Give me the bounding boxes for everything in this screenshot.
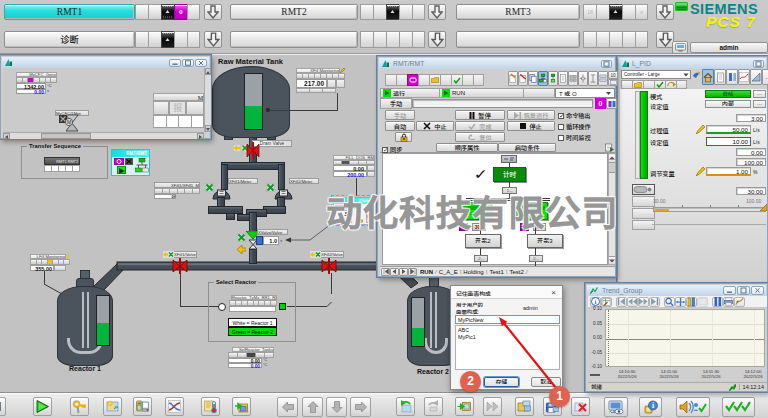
sfc-tool-new-button[interactable] (508, 71, 518, 86)
horn-acknowledge-button[interactable] (676, 397, 710, 417)
nav-left-button[interactable] (277, 397, 298, 417)
manual-command-button[interactable]: 手动 (385, 110, 415, 120)
tab-nav-buttons[interactable] (381, 268, 417, 276)
tab-last-button[interactable] (408, 268, 417, 276)
lock-command-button[interactable] (395, 132, 412, 142)
monitor-view-button[interactable] (604, 397, 628, 417)
stop-command-button[interactable]: 停止 (507, 121, 555, 131)
sfc-manual-input[interactable] (412, 99, 593, 108)
rmt2-alarm-indicators[interactable] (360, 4, 425, 20)
sfc-tool-copy-button[interactable] (528, 71, 538, 86)
maximize-button[interactable] (737, 286, 750, 295)
reactor1-fill-monitor[interactable]: LFill Monitoring 355.00 (30, 254, 70, 271)
sfc-tool-chart-button[interactable] (538, 71, 548, 86)
pid-home-button[interactable] (702, 69, 714, 85)
picture-forward-button[interactable] (424, 397, 443, 416)
scroll-up-button[interactable] (609, 155, 615, 163)
rmt1-alarm-indicators[interactable]: 0 (135, 4, 200, 20)
empty-expand-arrow-button[interactable] (428, 31, 446, 48)
cmd-output-checkbox[interactable]: 命令输出 (558, 111, 591, 120)
reset-command-button[interactable]: 复位 (455, 132, 505, 142)
transfer-sequence-table[interactable]: RMT1 RMT2 (44, 157, 80, 172)
gene-monitor-block[interactable]: MyCFC_Gene 1342.00 °C 0.00 s (16, 72, 57, 94)
sfc-tool-grid1-button[interactable] (568, 71, 578, 86)
pid-sp-source-box[interactable]: 内部 (705, 100, 751, 108)
tab-prev-button[interactable] (390, 268, 399, 276)
scroll-thumb[interactable] (41, 133, 91, 139)
sfc-transition-1[interactable]: 1... (502, 187, 517, 194)
tab-test1[interactable]: Test1 (489, 269, 503, 275)
trend-info-button[interactable]: i (590, 297, 601, 307)
dialog-close-button[interactable]: × (549, 288, 558, 297)
sfc-active-step-right[interactable] (516, 202, 548, 220)
tab-next-button[interactable] (399, 268, 408, 276)
sfc-mode-dropdown[interactable]: T 或 O (555, 88, 615, 98)
pid-mode-value-box[interactable]: 自动 (705, 90, 751, 98)
tab-run[interactable]: RUN (420, 269, 433, 275)
trend-window-titlebar[interactable]: Trend_Group (587, 285, 766, 296)
sfc-block-icon[interactable]: RMT/RMT (111, 149, 150, 176)
picture-tree-button[interactable] (103, 397, 122, 416)
scroll-left-button[interactable] (3, 133, 10, 139)
auto-command-button[interactable]: 自动 (385, 121, 415, 131)
sfc-tool-ten-button[interactable]: 10 (608, 71, 618, 79)
minimize-button[interactable] (723, 286, 736, 295)
runtime-play-button[interactable] (33, 397, 52, 416)
trend-pause-button[interactable] (712, 297, 723, 307)
pid-window-titlebar[interactable]: L_PID (619, 58, 766, 69)
sfc-tool-edit-button[interactable] (518, 71, 528, 86)
pump2-tag-chip[interactable]: XFill2/Meter (289, 178, 319, 184)
picture-change-button[interactable] (232, 397, 251, 416)
user-info-button[interactable]: i (639, 397, 662, 417)
rmt2-expand-arrow-button[interactable] (428, 4, 446, 20)
pid-doc-button[interactable] (714, 69, 726, 85)
sfc-tool-doc-button[interactable] (558, 71, 568, 86)
trend-plot-area[interactable] (605, 309, 765, 367)
sfc-step-pump2[interactable]: 开泵2 (465, 234, 501, 248)
reactor2-valve-chip[interactable]: XFill2/Valve (310, 251, 344, 258)
trend-move-button[interactable] (675, 297, 686, 307)
mini-faceplate-window[interactable]: XValve 50. (333, 197, 374, 225)
vertical-scrollbar[interactable] (204, 68, 211, 132)
pid-ramp-button[interactable] (750, 69, 762, 85)
trend-scale-button[interactable] (686, 297, 697, 307)
sfc-tool-grid2-button[interactable] (578, 71, 588, 86)
tab-first-button[interactable] (381, 268, 390, 276)
trend-forward-button[interactable] (638, 297, 649, 307)
sfc-export-icon[interactable] (605, 143, 614, 152)
dialog-titlebar[interactable]: 记住画面构成 × (451, 286, 562, 299)
reactor2-inlet-valve[interactable] (321, 258, 337, 274)
current-user-button[interactable]: admin (690, 42, 768, 53)
trend-rewind-button[interactable] (627, 297, 638, 307)
rmt1-expand-arrow-button[interactable] (204, 4, 222, 20)
overview-button-rmt2[interactable]: RMT2 (230, 4, 358, 20)
maximize-button[interactable] (601, 60, 612, 68)
overview-button-rmt1[interactable]: RMT1 (4, 4, 135, 20)
reactor1-valve-chip[interactable]: XFill1/Valve (163, 251, 197, 258)
pid-trend-button[interactable] (738, 69, 750, 85)
minimize-button[interactable] (169, 59, 181, 67)
selector-state-reactor2[interactable] (279, 303, 286, 310)
sfc-tool-steps-button[interactable] (548, 71, 558, 86)
pump1-tag-chip[interactable]: XFill1/Meter (228, 178, 258, 184)
maximize-button[interactable] (753, 60, 764, 68)
rmt3-alarm-indicators[interactable]: 18 x (583, 4, 648, 20)
selector-state-reactor1[interactable] (218, 303, 226, 311)
scroll-thumb[interactable] (609, 163, 615, 173)
fill-dos-monitor[interactable]: FILL_DOS_RM 0.00 200.00 (333, 155, 375, 178)
sfc-start-step[interactable] (501, 155, 517, 163)
pid-mode-dots-button[interactable]: ... (753, 90, 766, 98)
nav-right-button[interactable] (350, 397, 371, 417)
scroll-down-button[interactable] (609, 256, 615, 264)
tank-fill-monitor[interactable]: XFill Monitoring 217.00 (296, 68, 345, 93)
trend-export-button[interactable] (601, 297, 612, 307)
reactor-selector-block[interactable]: Reactor_TxMx_RR1_RR2 (229, 295, 277, 312)
pid-more-button[interactable]: ... (762, 69, 768, 85)
overview-button-empty-1[interactable] (230, 31, 358, 48)
sfc-step-pump3[interactable]: 开泵3 (527, 234, 563, 248)
pid-mv-slider-track[interactable] (653, 207, 766, 212)
complete-command-button[interactable]: 完成 (455, 121, 505, 131)
overview-button-diagnosis[interactable]: 诊断 (4, 31, 135, 48)
diagnosis-alarm-indicators[interactable] (135, 31, 200, 48)
sfc-tool-sync-button[interactable] (598, 71, 608, 86)
